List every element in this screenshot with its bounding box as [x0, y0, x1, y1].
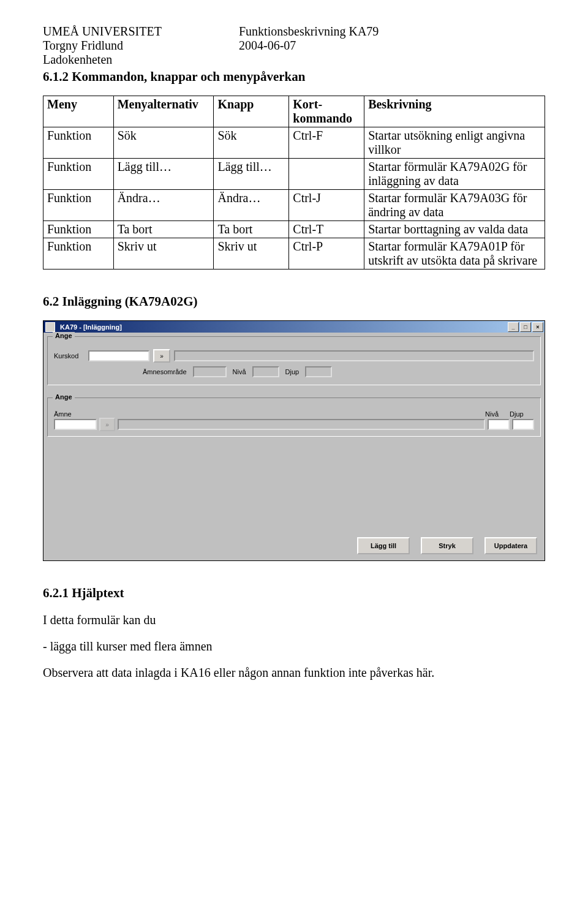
label-niva-2: Nivå	[485, 410, 510, 418]
table-row: Funktion Sök Sök Ctrl-F Startar utsöknin…	[43, 127, 545, 159]
cell-besk: Startar borttagning av valda data	[364, 221, 545, 238]
label-niva-1: Nivå	[233, 368, 246, 375]
label-djup-1: Djup	[285, 368, 300, 375]
titlebar[interactable]: KA79 - [Inläggning] _ □ ×	[43, 321, 545, 333]
help-intro: I detta formulär kan du	[43, 613, 545, 627]
cell-alt: Lägg till…	[113, 159, 214, 190]
cell-alt: Sök	[113, 127, 214, 159]
doc-date: 2004-06-07	[239, 39, 379, 53]
cell-meny: Funktion	[43, 190, 114, 221]
input-djup[interactable]	[512, 419, 534, 430]
section-6-2-1-heading: 6.2.1 Hjälptext	[43, 586, 545, 601]
label-kurskod: Kurskod	[54, 352, 85, 360]
cell-besk: Startar formulär KA79A01P för utskrift a…	[364, 238, 545, 269]
university-name: UMEÅ UNIVERSITET	[43, 24, 214, 39]
lookup-icon: »	[160, 353, 164, 360]
help-item: - lägga till kurser med flera ämnen	[43, 639, 545, 654]
th-besk: Beskrivning	[364, 96, 545, 127]
input-kurskod[interactable]	[88, 350, 149, 361]
list-area	[47, 442, 541, 526]
stryk-label: Stryk	[439, 542, 456, 549]
display-kurskod-text	[174, 350, 534, 361]
display-amnesomrade	[193, 366, 227, 377]
section-6-1-2-heading: 6.1.2 Kommandon, knappar och menypåverka…	[43, 69, 545, 85]
cell-knapp: Lägg till…	[214, 159, 289, 190]
group-ange-2: Ange Ämne Nivå Djup »	[47, 398, 541, 437]
cell-meny: Funktion	[43, 127, 114, 159]
commands-table: Meny Menyalternativ Knapp Kort-kommando …	[43, 96, 545, 269]
cell-knapp: Ändra…	[214, 190, 289, 221]
app-icon	[45, 322, 55, 332]
cell-kort	[289, 159, 364, 190]
th-meny: Meny	[43, 96, 114, 127]
cell-knapp: Ta bort	[214, 221, 289, 238]
cell-kort: Ctrl-J	[289, 190, 364, 221]
table-row: Funktion Lägg till… Lägg till… Startar f…	[43, 159, 545, 190]
cell-meny: Funktion	[43, 238, 114, 269]
group-label-2: Ange	[53, 393, 75, 401]
uppdatera-button[interactable]: Uppdatera	[484, 537, 537, 554]
cell-kort: Ctrl-F	[289, 127, 364, 159]
cell-alt: Skriv ut	[113, 238, 214, 269]
th-alt: Menyalternativ	[113, 96, 214, 127]
th-kort: Kort-kommando	[289, 96, 364, 127]
page-header: UMEÅ UNIVERSITET Torgny Fridlund Ladoken…	[43, 24, 545, 67]
author-name: Torgny Fridlund	[43, 39, 214, 53]
cell-knapp: Sök	[214, 127, 289, 159]
cell-besk: Startar utsökning enligt angivna villkor	[364, 127, 545, 159]
cell-meny: Funktion	[43, 159, 114, 190]
label-amnesomrade: Ämnesområde	[143, 368, 187, 375]
stryk-button[interactable]: Stryk	[421, 537, 473, 554]
th-knapp: Knapp	[214, 96, 289, 127]
cell-besk: Startar formulär KA79A03G för ändring av…	[364, 190, 545, 221]
lookup-icon: »	[105, 421, 109, 428]
label-amne: Ämne	[54, 410, 81, 418]
uppdatera-label: Uppdatera	[494, 542, 527, 549]
section-6-2-heading: 6.2 Inläggning (KA79A02G)	[43, 294, 545, 309]
input-amne-code[interactable]	[54, 419, 97, 430]
cell-meny: Funktion	[43, 221, 114, 238]
input-niva[interactable]	[488, 419, 510, 430]
cell-kort: Ctrl-P	[289, 238, 364, 269]
display-amne-text	[118, 419, 485, 430]
maximize-icon[interactable]: □	[520, 322, 531, 332]
unit-name: Ladokenheten	[43, 53, 214, 67]
minimize-icon[interactable]: _	[508, 322, 519, 332]
cell-besk: Startar förmulär KA79A02G för inläggning…	[364, 159, 545, 190]
display-djup-1	[305, 366, 332, 377]
cell-knapp: Skriv ut	[214, 238, 289, 269]
display-niva-1	[252, 366, 279, 377]
help-note: Observera att data inlagda i KA16 eller …	[43, 666, 545, 680]
table-row: Funktion Skriv ut Skriv ut Ctrl-P Starta…	[43, 238, 545, 269]
table-row: Funktion Ta bort Ta bort Ctrl-T Startar …	[43, 221, 545, 238]
doc-title: Funktionsbeskrivning KA79	[239, 24, 379, 39]
close-icon[interactable]: ×	[532, 322, 543, 332]
cell-alt: Ta bort	[113, 221, 214, 238]
group-ange-1: Ange Kurskod » Ämnesområde Nivå Djup	[47, 336, 541, 385]
cell-alt: Ändra…	[113, 190, 214, 221]
group-label-1: Ange	[53, 332, 75, 339]
lookup-button[interactable]: »	[153, 349, 170, 363]
lagg-till-label: Lägg till	[371, 542, 396, 549]
table-row: Funktion Ändra… Ändra… Ctrl-J Startar fo…	[43, 190, 545, 221]
lookup-amne-button[interactable]: »	[99, 418, 115, 431]
cell-kort: Ctrl-T	[289, 221, 364, 238]
window-title: KA79 - [Inläggning]	[60, 323, 122, 331]
dialog-window: KA79 - [Inläggning] _ □ × Ange Kurskod »…	[43, 320, 545, 561]
label-djup-2: Djup	[510, 410, 534, 418]
lagg-till-button[interactable]: Lägg till	[357, 537, 410, 554]
